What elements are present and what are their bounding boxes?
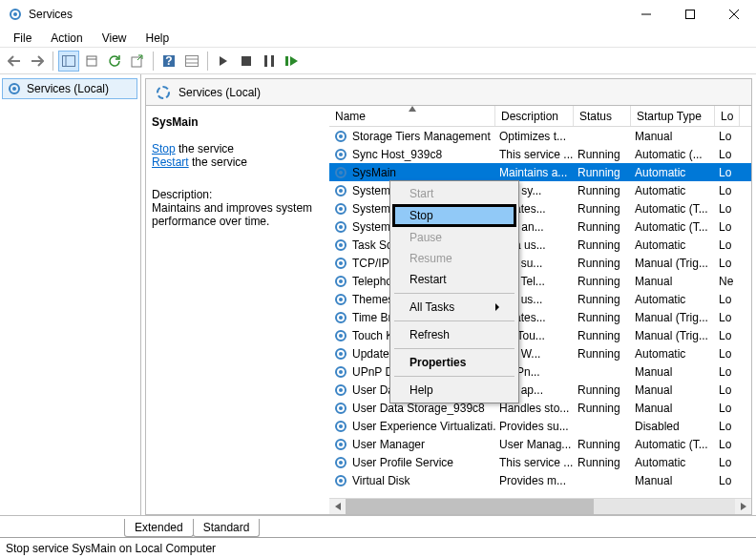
svg-rect-18 [271,55,274,67]
properties-toolbar-button[interactable] [81,51,102,72]
ctx-restart[interactable]: Restart [392,269,516,290]
tab-extended[interactable]: Extended [124,519,194,537]
tree-root-services-local[interactable]: Services (Local) [2,78,137,99]
svg-point-58 [339,443,343,446]
svg-point-26 [339,153,343,156]
table-row[interactable]: User ManagerUser Manag...RunningAutomati… [329,435,751,453]
context-menu: Start Stop Pause Resume Restart All Task… [389,180,519,403]
table-header: Name Description Status Startup Type Lo [329,106,751,127]
ctx-properties[interactable]: Properties [392,352,516,373]
table-row[interactable]: SysMainMaintains a...RunningAutomaticLo [329,163,751,181]
description-text: Maintains and improves system performanc… [152,201,324,228]
svg-text:?: ? [165,54,172,68]
details-column: SysMain Stop the service Restart the ser… [146,106,329,514]
svg-point-21 [12,87,16,91]
svg-point-42 [339,298,343,301]
svg-point-62 [339,479,343,483]
start-service-button[interactable] [213,51,234,72]
restart-service-button[interactable] [282,51,303,72]
col-name[interactable]: Name [329,106,495,126]
ctx-refresh[interactable]: Refresh [392,324,516,345]
svg-point-38 [339,261,343,265]
refresh-button[interactable] [104,51,125,72]
svg-rect-17 [264,55,267,67]
stop-service-link[interactable]: Stop [152,142,176,155]
horizontal-scrollbar[interactable] [329,498,751,514]
svg-point-32 [339,207,343,211]
ctx-help[interactable]: Help [392,380,516,401]
statusbar-text: Stop service SysMain on Local Computer [6,542,216,555]
svg-point-36 [339,243,343,247]
nav-tree: Services (Local) [0,74,141,515]
scroll-left-button[interactable] [329,499,346,515]
table-row[interactable]: Virtual DiskProvides m...ManualLo [329,471,751,489]
menubar: File Action View Help [0,29,756,48]
col-description[interactable]: Description [495,106,574,126]
statusbar: Stop service SysMain on Local Computer [0,537,756,558]
svg-point-34 [339,225,343,229]
window-title: Services [29,8,73,21]
svg-point-46 [339,334,343,338]
main-area: Services (Local) Services (Local) SysMai… [0,74,756,516]
table-row[interactable]: User Experience Virtualizati...Provides … [329,417,751,435]
table-row[interactable]: Storage Tiers ManagementOptimizes t...Ma… [329,127,751,145]
svg-point-44 [339,316,343,320]
maximize-button[interactable] [668,0,712,29]
svg-point-60 [339,461,343,465]
view-tabs: Extended Standard [0,516,756,537]
svg-rect-16 [242,56,251,66]
panel-header: Services (Local) [145,78,752,105]
svg-point-22 [158,87,169,98]
svg-point-50 [339,370,343,374]
ctx-start: Start [392,183,516,204]
col-logon[interactable]: Lo [715,106,740,126]
restart-link-suffix: the service [189,155,247,169]
scroll-right-button[interactable] [735,499,751,515]
back-button[interactable] [4,51,25,72]
svg-point-52 [339,388,343,392]
scrollbar-thumb[interactable] [346,499,594,515]
toolbar: ? [0,48,756,74]
ctx-all-tasks[interactable]: All Tasks [392,297,516,318]
export-button[interactable] [127,51,148,72]
sort-asc-icon [409,106,416,112]
services-icon [8,7,23,22]
forward-button[interactable] [27,51,48,72]
svg-point-40 [339,279,343,283]
list-view-button[interactable] [181,51,202,72]
svg-point-56 [339,424,343,428]
tree-root-label: Services (Local) [27,82,109,95]
table-row[interactable]: User Profile ServiceThis service ...Runn… [329,453,751,471]
restart-service-link[interactable]: Restart [152,155,189,169]
svg-point-30 [339,189,343,193]
svg-rect-3 [686,10,695,19]
svg-rect-6 [63,55,75,66]
stop-service-button[interactable] [236,51,257,72]
svg-point-48 [339,352,343,356]
menu-view[interactable]: View [93,30,136,47]
show-tree-button[interactable] [58,51,79,72]
close-button[interactable] [712,0,756,29]
tab-standard[interactable]: Standard [193,519,261,537]
help-toolbar-button[interactable]: ? [158,51,179,72]
svg-rect-19 [285,56,288,66]
stop-link-suffix: the service [176,142,234,155]
svg-rect-8 [87,56,96,66]
svg-point-28 [339,171,343,175]
svg-rect-13 [186,55,199,66]
svg-point-24 [339,134,343,138]
panel-header-title: Services (Local) [178,86,261,99]
minimize-button[interactable] [624,0,668,29]
menu-action[interactable]: Action [41,30,92,47]
col-status[interactable]: Status [574,106,631,126]
menu-file[interactable]: File [4,30,41,47]
pause-service-button[interactable] [259,51,280,72]
ctx-stop[interactable]: Stop [392,204,516,227]
menu-help[interactable]: Help [136,30,179,47]
selected-service-name: SysMain [152,115,324,129]
col-startup-type[interactable]: Startup Type [631,106,715,126]
svg-point-1 [13,12,17,16]
ctx-resume: Resume [392,248,516,269]
table-row[interactable]: Sync Host_939c8This service ...RunningAu… [329,145,751,163]
ctx-pause: Pause [392,227,516,248]
